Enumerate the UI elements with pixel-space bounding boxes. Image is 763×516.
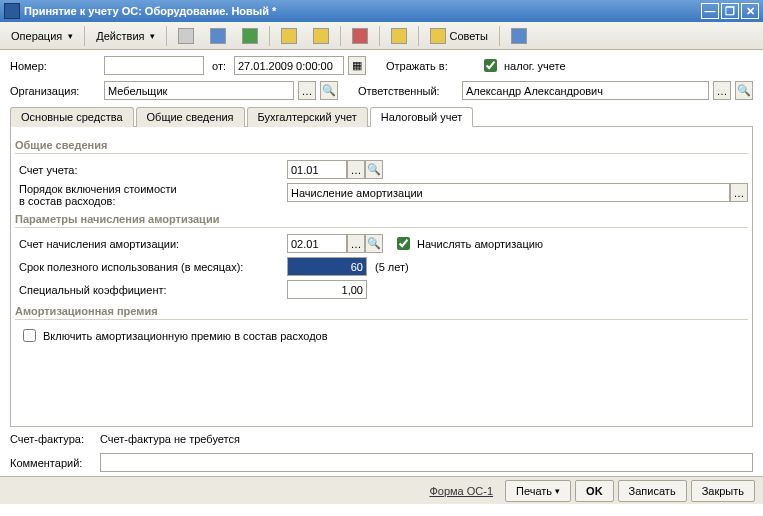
account-select-button[interactable]: … [347, 160, 365, 179]
do-amort-checkbox[interactable]: Начислять амортизацию [393, 234, 543, 253]
bulb-icon [430, 28, 446, 44]
print-button[interactable]: Печать [505, 480, 571, 502]
close-form-button[interactable]: Закрыть [691, 480, 755, 502]
linked-button[interactable] [306, 25, 336, 47]
actions-menu[interactable]: Действия [89, 25, 162, 47]
number-input[interactable] [104, 56, 204, 75]
coef-input[interactable] [287, 280, 367, 299]
date-input[interactable] [234, 56, 344, 75]
useful-life-label: Срок полезного использования (в месяцах)… [19, 261, 287, 273]
useful-life-input[interactable] [287, 257, 367, 276]
arrow-right-icon [242, 28, 258, 44]
calendar-button[interactable]: ▦ [348, 56, 366, 75]
arrow-left-icon [178, 28, 194, 44]
status-bar: Форма ОС-1 Печать OK Записать Закрыть [0, 476, 763, 504]
operation-menu[interactable]: Операция [4, 25, 80, 47]
tab-accounting[interactable]: Бухгалтерский учет [247, 107, 368, 127]
include-bonus-check-label: Включить амортизационную премию в состав… [43, 330, 328, 342]
toolbar: Операция Действия Советы [0, 22, 763, 50]
help-icon [511, 28, 527, 44]
lens-icon: 🔍 [322, 84, 336, 97]
lens-icon: 🔍 [367, 237, 381, 250]
tab-tax-accounting[interactable]: Налоговый учет [370, 107, 474, 127]
cost-order-label: Порядок включения стоимости в состав рас… [19, 183, 287, 207]
number-label: Номер: [10, 60, 100, 72]
lens-icon: 🔍 [367, 163, 381, 176]
dtct-icon [352, 28, 368, 44]
refresh-button[interactable] [203, 25, 233, 47]
include-bonus-checkbox[interactable]: Включить амортизационную премию в состав… [19, 326, 328, 345]
cost-order-select-button[interactable]: … [730, 183, 748, 202]
separator [418, 26, 419, 46]
separator [499, 26, 500, 46]
separator [166, 26, 167, 46]
help-button[interactable] [504, 25, 534, 47]
section-bonus: Амортизационная премия [15, 303, 748, 320]
tab-panel: Общие сведения Счет учета: … 🔍 Порядок в… [10, 127, 753, 427]
maximize-button[interactable]: ❐ [721, 3, 739, 19]
dtct-button[interactable] [345, 25, 375, 47]
go-button[interactable] [235, 25, 265, 47]
account-search-button[interactable]: 🔍 [365, 160, 383, 179]
tax-check-label: налог. учете [504, 60, 566, 72]
from-label: от: [212, 60, 226, 72]
section-general: Общие сведения [15, 137, 748, 154]
do-amort-check-label: Начислять амортизацию [417, 238, 543, 250]
org-input[interactable] [104, 81, 294, 100]
refresh-icon [210, 28, 226, 44]
tax-account-checkbox[interactable]: налог. учете [480, 56, 566, 75]
link-icon [313, 28, 329, 44]
amort-account-search-button[interactable]: 🔍 [365, 234, 383, 253]
comment-label: Комментарий: [10, 457, 100, 469]
section-amort: Параметры начисления амортизации [15, 211, 748, 228]
cost-order-input[interactable] [287, 183, 730, 202]
comment-input[interactable] [100, 453, 753, 472]
resp-search-button[interactable]: 🔍 [735, 81, 753, 100]
tax-check-input[interactable] [484, 59, 497, 72]
separator [84, 26, 85, 46]
lens-icon: 🔍 [737, 84, 751, 97]
org-label: Организация: [10, 85, 100, 97]
tab-general-info[interactable]: Общие сведения [136, 107, 245, 127]
invoice-value: Счет-фактура не требуется [100, 433, 240, 445]
save-button[interactable]: Записать [618, 480, 687, 502]
resp-input[interactable] [462, 81, 709, 100]
structure-icon [281, 28, 297, 44]
invoice-label: Счет-фактура: [10, 433, 100, 445]
separator [340, 26, 341, 46]
amort-account-input[interactable] [287, 234, 347, 253]
separator [379, 26, 380, 46]
org-search-button[interactable]: 🔍 [320, 81, 338, 100]
org-select-button[interactable]: … [298, 81, 316, 100]
resp-select-button[interactable]: … [713, 81, 731, 100]
account-label: Счет учета: [19, 164, 287, 176]
title-bar: Принятие к учету ОС: Оборудование. Новый… [0, 0, 763, 22]
calendar-icon: ▦ [352, 59, 362, 72]
form-link[interactable]: Форма ОС-1 [429, 485, 493, 497]
window-title: Принятие к учету ОС: Оборудование. Новый… [24, 5, 701, 17]
resp-label: Ответственный: [358, 85, 458, 97]
tab-fixed-assets[interactable]: Основные средства [10, 107, 134, 127]
structure-button[interactable] [274, 25, 304, 47]
separator [269, 26, 270, 46]
amort-account-label: Счет начисления амортизации: [19, 238, 287, 250]
nav-back-button[interactable] [171, 25, 201, 47]
useful-life-hint: (5 лет) [375, 261, 409, 273]
report-icon [391, 28, 407, 44]
reflect-label: Отражать в: [386, 60, 476, 72]
app-icon [4, 3, 20, 19]
ok-button[interactable]: OK [575, 480, 614, 502]
advice-button[interactable]: Советы [423, 25, 494, 47]
coef-label: Специальный коэффициент: [19, 284, 287, 296]
report-button[interactable] [384, 25, 414, 47]
close-button[interactable]: ✕ [741, 3, 759, 19]
account-input[interactable] [287, 160, 347, 179]
minimize-button[interactable]: — [701, 3, 719, 19]
amort-account-select-button[interactable]: … [347, 234, 365, 253]
tabs: Основные средства Общие сведения Бухгалт… [10, 106, 753, 127]
include-bonus-check-input[interactable] [23, 329, 36, 342]
do-amort-check-input[interactable] [397, 237, 410, 250]
